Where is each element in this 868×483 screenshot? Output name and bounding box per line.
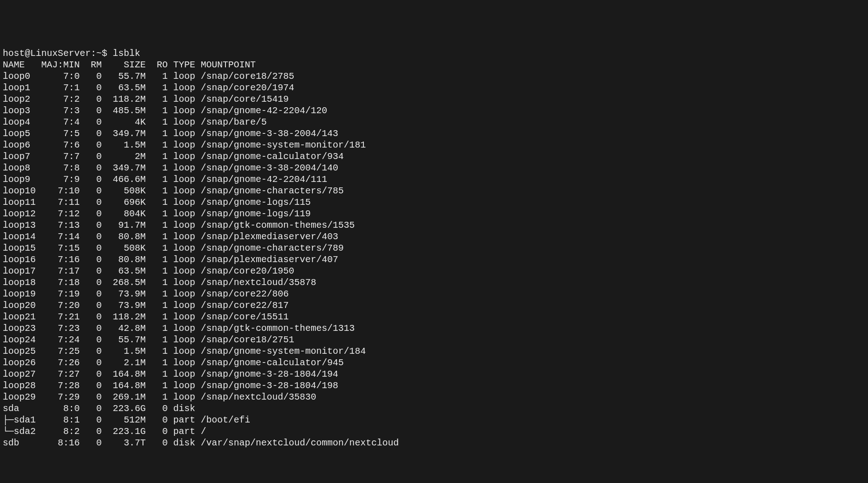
shell-prompt: host@LinuxServer:~$ <box>3 48 113 59</box>
command-text: lsblk <box>113 48 140 59</box>
terminal-output[interactable]: host@LinuxServer:~$ lsblk NAME MAJ:MIN R… <box>3 48 865 449</box>
lsblk-header: NAME MAJ:MIN RM SIZE RO TYPE MOUNTPOINT <box>3 60 256 70</box>
prompt-line: host@LinuxServer:~$ lsblk <box>3 48 140 59</box>
lsblk-rows: loop0 7:0 0 55.7M 1 loop /snap/core18/27… <box>3 71 399 448</box>
